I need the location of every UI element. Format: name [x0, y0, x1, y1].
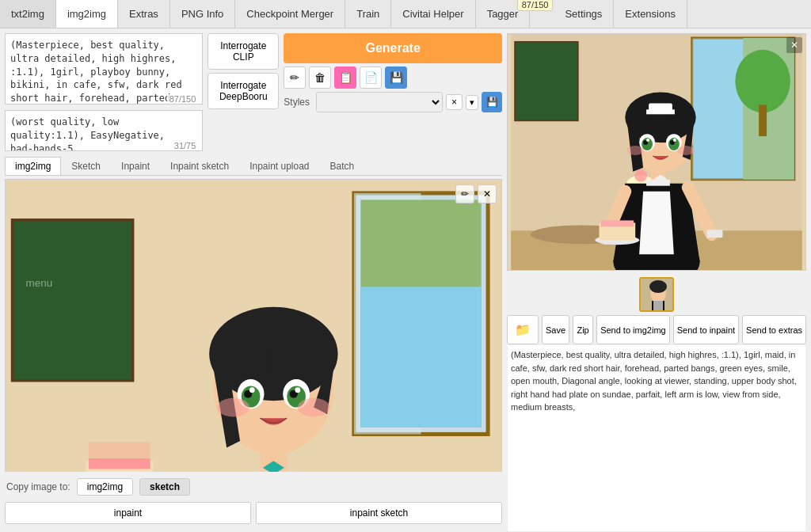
svg-point-26: [249, 387, 255, 393]
left-panel: 87/150 31/75 Interrogate CLIP Interrogat…: [0, 28, 507, 532]
tab-extras[interactable]: Extras: [118, 0, 170, 28]
styles-dropdown-button[interactable]: ▾: [466, 95, 478, 110]
positive-prompt-container: 87/150: [5, 33, 203, 107]
interrogate-clip-button[interactable]: Interrogate CLIP: [208, 33, 279, 70]
send-to-inpaint-button[interactable]: Send to inpaint: [673, 315, 739, 344]
svg-text:menu: menu: [25, 277, 52, 289]
svg-point-70: [677, 146, 695, 155]
input-image: menu: [6, 180, 501, 472]
zip-button[interactable]: Zip: [573, 315, 593, 344]
copy-to-sketch-button[interactable]: sketch: [139, 478, 190, 496]
positive-prompt-counter: 87/150: [167, 94, 199, 104]
main-container: 87/150 31/75 Interrogate CLIP Interrogat…: [0, 28, 811, 532]
tab-checkpoint-merger[interactable]: Checkpoint Merger: [235, 0, 345, 28]
svg-rect-60: [646, 109, 675, 114]
svg-rect-50: [707, 230, 723, 238]
svg-point-68: [673, 139, 676, 142]
styles-row: Styles × ▾ 💾: [284, 92, 502, 112]
tab-txt2img[interactable]: txt2img: [0, 0, 56, 28]
output-section: 📁 Save Zip Send to img2img Send to inpai…: [507, 274, 806, 532]
input-image-area[interactable]: menu: [5, 179, 502, 472]
inpaint-button[interactable]: inpaint: [5, 502, 251, 524]
image-overlay-buttons: ✏ ✕: [455, 184, 497, 203]
tab-civitai[interactable]: Civitai Helper: [391, 0, 475, 28]
image-display-wrapper: menu: [5, 179, 502, 472]
edit-icon-btn[interactable]: ✏: [284, 66, 306, 89]
svg-rect-40: [515, 42, 577, 120]
send-to-extras-button[interactable]: Send to extras: [742, 315, 806, 344]
output-action-buttons: 📁 Save Zip Send to img2img Send to inpai…: [507, 315, 806, 344]
top-controls-row: 87/150 31/75 Interrogate CLIP Interrogat…: [5, 33, 502, 154]
tab-batch-mode[interactable]: Batch: [320, 157, 365, 175]
tab-train[interactable]: Train: [345, 0, 391, 28]
tab-inpaint-upload-mode[interactable]: Inpaint upload: [239, 157, 319, 175]
styles-label: Styles: [284, 97, 310, 108]
tab-tagger[interactable]: Tagger 87/150: [476, 0, 531, 28]
send-to-img2img-button[interactable]: Send to img2img: [596, 315, 670, 344]
svg-rect-4: [360, 287, 481, 428]
bottom-action-buttons: inpaint inpaint sketch: [5, 502, 502, 527]
copy-to-row: Copy image to: img2img sketch: [5, 475, 502, 499]
edit-image-button[interactable]: ✏: [455, 184, 474, 203]
svg-rect-11: [89, 458, 150, 469]
svg-point-28: [217, 398, 249, 417]
copy-icon-btn[interactable]: 📄: [360, 66, 382, 89]
svg-rect-12: [89, 443, 150, 458]
output-image: [508, 34, 805, 270]
prompts-area: 87/150 31/75: [5, 33, 203, 154]
styles-select[interactable]: [316, 92, 443, 112]
interrogate-area: Interrogate CLIP Interrogate DeepBooru: [208, 33, 279, 109]
svg-point-69: [626, 146, 644, 155]
tab-img2img-mode[interactable]: img2img: [5, 157, 61, 175]
tab-pnginfo[interactable]: PNG Info: [170, 0, 235, 28]
negative-prompt-counter: 31/75: [172, 141, 199, 150]
svg-rect-5: [12, 220, 132, 381]
paste-icon-btn[interactable]: 📋: [334, 66, 356, 89]
svg-point-46: [634, 169, 647, 182]
icon-toolbar: ✏ 🗑 📋 📄 💾: [284, 66, 502, 89]
right-column: Interrogate CLIP Interrogate DeepBooru G…: [208, 33, 502, 112]
generate-area: Generate ✏ 🗑 📋 📄 💾 Styles: [284, 33, 502, 112]
output-thumbnail-row: [507, 274, 806, 315]
svg-point-29: [298, 398, 330, 417]
copy-to-label: Copy image to:: [6, 481, 70, 492]
svg-rect-39: [759, 104, 767, 136]
save-button[interactable]: Save: [542, 315, 569, 344]
top-navigation: txt2img img2img Extras PNG Info Checkpoi…: [0, 0, 811, 28]
svg-point-67: [646, 139, 649, 142]
inpaint-sketch-button[interactable]: inpaint sketch: [256, 502, 502, 524]
tab-extensions[interactable]: Extensions: [614, 0, 687, 28]
tab-inpaint-mode[interactable]: Inpaint: [111, 157, 160, 175]
negative-prompt-container: 31/75: [5, 110, 203, 154]
open-folder-button[interactable]: 📁: [507, 315, 539, 344]
tab-sketch-mode[interactable]: Sketch: [61, 157, 111, 175]
tab-img2img[interactable]: img2img: [56, 0, 118, 28]
output-thumbnail[interactable]: [639, 277, 674, 312]
svg-rect-75: [653, 301, 663, 312]
svg-rect-53: [600, 220, 634, 226]
interrogate-deepbooru-button[interactable]: Interrogate DeepBooru: [208, 73, 279, 109]
output-prompt-text: (Masterpiece, best quality, ultra detail…: [507, 344, 806, 532]
interrogate-generate-row: Interrogate CLIP Interrogate DeepBooru G…: [208, 33, 502, 112]
save-icon-btn[interactable]: 💾: [385, 66, 407, 89]
svg-point-38: [735, 50, 790, 112]
right-panel: ✕ 📁 Save Zip: [507, 28, 811, 532]
counter-badge: 87/150: [517, 0, 554, 11]
styles-save-button[interactable]: 💾: [482, 92, 502, 112]
styles-clear-button[interactable]: ×: [446, 94, 463, 110]
output-image-close-button[interactable]: ✕: [786, 37, 802, 53]
svg-point-27: [295, 387, 300, 393]
remove-image-button[interactable]: ✕: [478, 184, 497, 203]
tab-settings[interactable]: Settings: [554, 0, 614, 28]
generate-button[interactable]: Generate: [284, 33, 502, 63]
image-mode-tabs: img2img Sketch Inpaint Inpaint sketch In…: [5, 157, 502, 176]
output-image-container: ✕: [507, 33, 806, 271]
trash-icon-btn[interactable]: 🗑: [309, 66, 331, 89]
tab-inpaint-sketch-mode[interactable]: Inpaint sketch: [160, 157, 239, 175]
copy-to-img2img-button[interactable]: img2img: [77, 478, 133, 496]
svg-point-73: [649, 280, 667, 293]
